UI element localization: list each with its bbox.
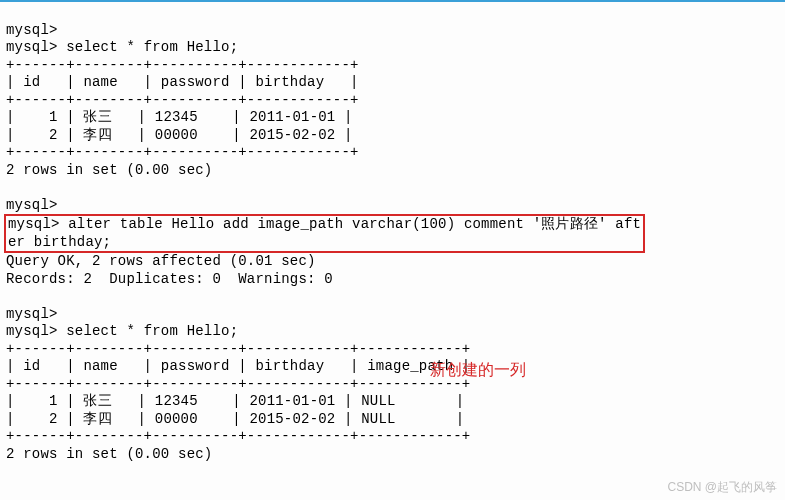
table1-border: +------+--------+----------+------------… <box>6 92 359 108</box>
mysql-terminal[interactable]: mysql> mysql> select * from Hello; +----… <box>0 2 785 465</box>
table2-summary: 2 rows in set (0.00 sec) <box>6 446 212 462</box>
alter-result-line1: Query OK, 2 rows affected (0.01 sec) <box>6 253 316 269</box>
sql-select-1: select * from Hello; <box>66 39 238 55</box>
watermark: CSDN @起飞的风筝 <box>667 479 777 496</box>
prompt: mysql> <box>6 323 58 339</box>
table1-border: +------+--------+----------+------------… <box>6 144 359 160</box>
prompt: mysql> <box>6 22 58 38</box>
prompt: mysql> <box>6 306 58 322</box>
table2-header: | id | name | password | birthday | imag… <box>6 358 470 374</box>
prompt: mysql> <box>6 39 58 55</box>
highlighted-alter-command: mysql> alter table Hello add image_path … <box>4 214 645 253</box>
table2-border: +------+--------+----------+------------… <box>6 341 470 357</box>
sql-alter: alter table Hello add image_path varchar… <box>8 216 641 250</box>
table2-border: +------+--------+----------+------------… <box>6 376 470 392</box>
table1-row: | 2 | 李四 | 00000 | 2015-02-02 | <box>6 127 353 143</box>
table1-border: +------+--------+----------+------------… <box>6 57 359 73</box>
alter-result-line2: Records: 2 Duplicates: 0 Warnings: 0 <box>6 271 333 287</box>
table1-summary: 2 rows in set (0.00 sec) <box>6 162 212 178</box>
table1-row: | 1 | 张三 | 12345 | 2011-01-01 | <box>6 109 353 125</box>
sql-select-2: select * from Hello; <box>66 323 238 339</box>
table2-border: +------+--------+----------+------------… <box>6 428 470 444</box>
table2-row: | 1 | 张三 | 12345 | 2011-01-01 | NULL | <box>6 393 464 409</box>
table1-header: | id | name | password | birthday | <box>6 74 359 90</box>
annotation-new-column: 新创建的一列 <box>430 360 526 381</box>
table2-row: | 2 | 李四 | 00000 | 2015-02-02 | NULL | <box>6 411 464 427</box>
prompt: mysql> <box>6 197 58 213</box>
prompt: mysql> <box>8 216 60 232</box>
